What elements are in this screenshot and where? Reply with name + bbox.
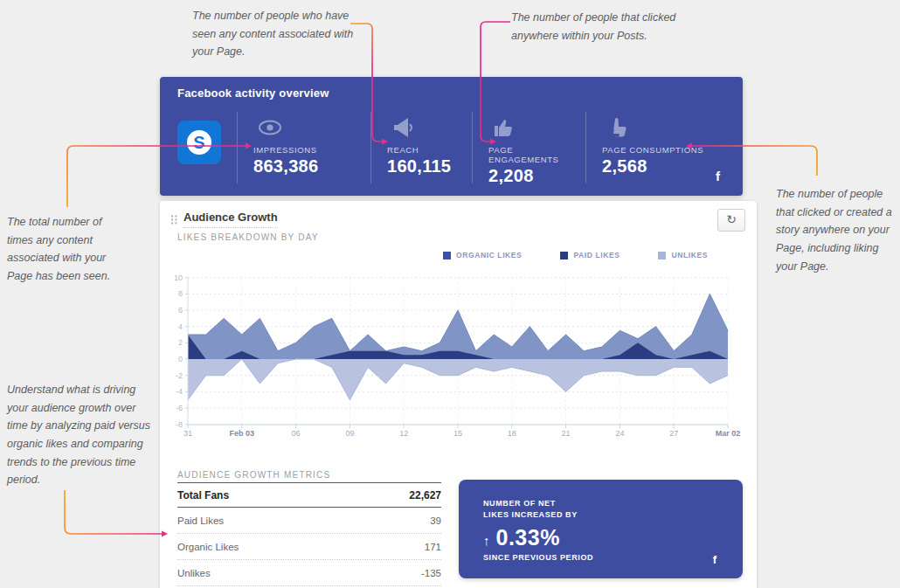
facebook-network-icon: f <box>716 169 720 183</box>
annotation-engagements: The number of people that clicked anywhe… <box>511 9 686 45</box>
legend-swatch-organic <box>443 252 451 259</box>
facebook-network-icon: f <box>713 553 717 566</box>
svg-text:2: 2 <box>178 338 183 347</box>
metrics-row: S IMPRESSIONS 863,386 REACH 160,115 <box>177 112 725 183</box>
metric-label: PAGE CONSUMPTIONS <box>602 145 725 155</box>
refresh-icon: ↻ <box>726 212 737 226</box>
svg-text:27: 27 <box>669 429 678 438</box>
annotation-reach: The number of people who have seen any c… <box>192 7 360 61</box>
svg-text:4: 4 <box>178 322 183 331</box>
svg-text:18: 18 <box>508 429 516 438</box>
metric-label: PAGE ENGAGEMENTS <box>488 145 585 164</box>
spacer <box>221 112 237 183</box>
table-row-total-fans: Total Fans 22,627 <box>177 482 441 508</box>
eye-icon <box>257 116 283 139</box>
row-value: 171 <box>425 542 441 552</box>
metric-value: 160,115 <box>387 156 472 176</box>
increase-arrow-icon: ↑ <box>483 533 490 548</box>
legend-label: PAID LIKES <box>573 251 620 259</box>
svg-text:6: 6 <box>178 306 183 315</box>
legend-item-organic-likes[interactable]: ORGANIC LIKES <box>443 251 522 259</box>
net-likes-percent: 0.33% <box>496 525 560 550</box>
widget-title: Audience Growth <box>183 211 278 228</box>
svg-text:09: 09 <box>345 429 354 438</box>
net-likes-footnote: SINCE PREVIOUS PERIOD <box>483 553 743 562</box>
table-row-organic-likes: Organic Likes 171 <box>177 534 441 560</box>
svg-text:Feb 03: Feb 03 <box>230 429 255 438</box>
svg-text:-2: -2 <box>176 371 183 380</box>
row-value: 22,627 <box>409 489 441 502</box>
likes-breakdown-area-chart[interactable]: 1086420-2-4-6-831Feb 030609121518212427M… <box>169 264 745 439</box>
legend-label: UNLIKES <box>671 251 708 259</box>
table-heading: AUDIENCE GROWTH METRICS <box>177 470 330 480</box>
facebook-page-avatar[interactable]: S <box>177 121 221 164</box>
metric-page-engagements: PAGE ENGAGEMENTS 2,208 <box>472 112 585 183</box>
hand-point-icon <box>606 116 632 139</box>
row-label: Total Fans <box>177 489 229 502</box>
metric-reach: REACH 160,115 <box>370 112 472 183</box>
legend-item-unlikes[interactable]: UNLIKES <box>658 251 708 259</box>
svg-text:8: 8 <box>178 289 183 298</box>
metric-label: IMPRESSIONS <box>253 145 370 155</box>
svg-text:Mar 02: Mar 02 <box>716 429 741 438</box>
legend-swatch-paid <box>560 252 568 259</box>
row-value: 39 <box>430 515 441 526</box>
net-likes-heading: NUMBER OF NET LIKES INCREASED BY <box>483 498 743 521</box>
megaphone-icon <box>391 116 417 139</box>
audience-growth-widget: Audience Growth LIKES BREAKDOWN BY DAY ↻… <box>160 201 757 588</box>
svg-text:24: 24 <box>615 429 624 438</box>
svg-text:0: 0 <box>178 355 183 363</box>
legend-item-paid-likes[interactable]: PAID LIKES <box>560 251 620 259</box>
svg-text:06: 06 <box>292 429 301 438</box>
svg-text:15: 15 <box>453 429 462 438</box>
svg-text:-6: -6 <box>176 404 183 412</box>
metric-value: 2,568 <box>602 156 725 176</box>
table-row-paid-likes: Paid Likes 39 <box>177 508 441 534</box>
net-likes-summary-card: NUMBER OF NET LIKES INCREASED BY ↑ 0.33%… <box>459 480 743 578</box>
audience-growth-table: Total Fans 22,627 Paid Likes 39 Organic … <box>177 482 441 588</box>
svg-text:-8: -8 <box>176 420 183 429</box>
svg-text:12: 12 <box>399 429 408 438</box>
svg-text:31: 31 <box>183 429 192 438</box>
annotation-consumptions: The number of people that clicked or cre… <box>776 185 900 275</box>
table-row-unlikes: Unlikes -135 <box>177 560 441 586</box>
svg-text:-4: -4 <box>176 387 183 396</box>
annotation-impressions: The total number of times any content as… <box>7 213 129 286</box>
annotation-audience-growth: Understand what is driving your audience… <box>7 381 154 489</box>
refresh-button[interactable]: ↻ <box>717 209 745 232</box>
thumb-up-icon <box>492 116 518 139</box>
legend-swatch-unlikes <box>658 252 666 259</box>
panel-title: Facebook activity overview <box>177 86 329 100</box>
row-label: Organic Likes <box>177 542 239 552</box>
chart-subtitle: LIKES BREAKDOWN BY DAY <box>177 232 319 242</box>
connector-organic-likes <box>65 490 162 534</box>
brand-logo-icon: S <box>182 125 217 160</box>
metric-value: 863,386 <box>253 156 370 176</box>
facebook-overview-panel: Facebook activity overview S IMPRESSIONS… <box>160 77 743 196</box>
chart-legend: ORGANIC LIKES PAID LIKES UNLIKES <box>443 251 708 259</box>
legend-label: ORGANIC LIKES <box>456 251 522 259</box>
row-value: -135 <box>421 568 441 578</box>
metric-label: REACH <box>387 145 472 155</box>
metric-page-consumptions: PAGE CONSUMPTIONS 2,568 <box>585 112 725 183</box>
row-label: Unlikes <box>177 568 211 578</box>
svg-text:21: 21 <box>562 429 571 438</box>
row-label: Paid Likes <box>177 515 224 526</box>
svg-text:10: 10 <box>174 273 183 282</box>
drag-handle-icon[interactable] <box>170 214 178 225</box>
metric-impressions: IMPRESSIONS 863,386 <box>237 112 370 183</box>
metric-value: 2,208 <box>488 166 585 186</box>
